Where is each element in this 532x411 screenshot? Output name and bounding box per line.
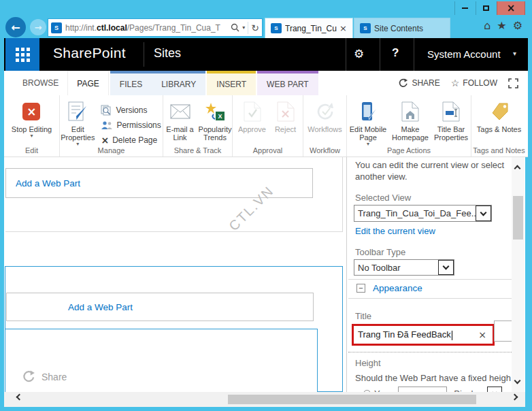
height-value-row: Yes Pixels xyxy=(347,386,512,392)
maximize-button[interactable] xyxy=(476,1,496,15)
tab-close-icon[interactable]: × xyxy=(339,23,347,33)
group-label-manage: Manage xyxy=(60,146,163,154)
appearance-section-header[interactable]: Appearance xyxy=(373,283,422,293)
share-action[interactable]: SHARE xyxy=(398,78,439,88)
sharepoint-logo-icon: S xyxy=(360,23,371,33)
group-label-approval: Approval xyxy=(233,146,303,154)
versions-icon xyxy=(101,105,112,116)
suite-section-sites[interactable]: Sites xyxy=(154,46,181,61)
dotted-divider xyxy=(348,352,512,352)
delete-x-icon: × xyxy=(101,135,109,146)
maximize-icon xyxy=(483,5,489,11)
versions-button[interactable]: Versions xyxy=(98,103,163,118)
sharepoint-brand: SharePoint xyxy=(53,45,126,61)
help-button[interactable]: ? xyxy=(392,46,399,60)
suite-divider xyxy=(380,38,380,71)
address-controls: ▾ ↻ xyxy=(231,22,259,34)
account-menu[interactable]: System Account xyxy=(427,48,501,60)
forward-button[interactable]: → xyxy=(30,19,46,35)
browser-tab-site-contents[interactable]: S Site Contents xyxy=(354,18,450,38)
popularity-trends-icon: X xyxy=(205,99,225,124)
tab-library[interactable]: LIBRARY xyxy=(152,73,205,95)
toolbar-type-select[interactable]: No Toolbar xyxy=(354,259,454,276)
back-icon: ← xyxy=(11,21,20,34)
favorites-star-icon[interactable]: ★ xyxy=(497,19,506,32)
title-input[interactable]: Trang Tin Đã FeedBack xyxy=(354,329,472,340)
tab-web-part[interactable]: WEB PART xyxy=(257,73,318,95)
reject-icon xyxy=(277,99,295,124)
height-units-select[interactable] xyxy=(487,387,502,392)
tab-group-library-tools: FILES LIBRARY xyxy=(110,71,206,95)
sharepoint-logo-icon: S xyxy=(271,23,282,33)
share-webpart-zone: Share xyxy=(5,329,318,392)
appearance-collapse-button[interactable]: − xyxy=(356,284,365,293)
select-arrow[interactable] xyxy=(438,260,454,275)
tags-notes-icon xyxy=(488,99,509,124)
back-button[interactable]: ← xyxy=(5,17,26,37)
ribbon-group-edit: × Stop Editing ▾ Edit xyxy=(4,95,60,157)
ribbon-group-manage: Edit Properties ▾ Versions Permissions ×… xyxy=(60,95,163,157)
ribbon-group-workflow: Workflows Workflow xyxy=(303,95,347,157)
ribbon-group-page-actions: Edit Mobile Page ▾ Make Homepage Title B… xyxy=(347,95,471,157)
vertical-scroll-thumb[interactable] xyxy=(513,196,523,240)
tab-label: Site Contents xyxy=(374,24,444,33)
close-button[interactable]: × xyxy=(497,1,525,15)
permissions-button[interactable]: Permissions xyxy=(98,118,163,133)
url-text[interactable]: http://int.ctl.local/Pages/Trang_Tin_Cua… xyxy=(65,23,231,33)
title-bar-properties-icon xyxy=(442,99,460,124)
group-label-workflow: Workflow xyxy=(303,146,346,154)
ribbon-group-share-track: E-mail a Link X Popularity Trends Share … xyxy=(163,95,233,157)
horizontal-scrollbar[interactable] xyxy=(4,392,525,407)
text-cursor xyxy=(452,331,452,340)
group-label-share-track: Share & Track xyxy=(163,146,232,154)
select-arrow[interactable] xyxy=(476,206,491,221)
chevron-down-icon xyxy=(480,209,487,216)
suite-divider xyxy=(414,38,414,71)
edit-properties-icon xyxy=(67,99,88,124)
group-label-tags: Tags and Notes xyxy=(471,146,527,154)
browser-tab-active[interactable]: S Trang_Tin_Cua_... × xyxy=(265,18,353,38)
refresh-icon[interactable]: ↻ xyxy=(251,22,259,33)
group-label-page-actions: Page Actions xyxy=(347,146,471,154)
account-caret-icon[interactable]: ▾ xyxy=(513,50,516,57)
settings-gear-icon[interactable]: ⚙ xyxy=(354,47,364,61)
divider xyxy=(348,298,512,299)
tab-page[interactable]: PAGE xyxy=(67,71,108,95)
clear-input-icon[interactable]: × xyxy=(472,329,493,340)
scroll-down-button[interactable] xyxy=(515,380,520,383)
tab-group-insert: INSERT xyxy=(207,71,256,95)
page-editor: Add a Web Part CTL.VN Add a Web Part Sha… xyxy=(4,157,346,392)
tools-gear-icon[interactable]: ⚙ xyxy=(513,19,522,32)
height-question: Should the Web Part have a fixed heigh xyxy=(355,373,512,383)
tab-browse[interactable]: BROWSE xyxy=(14,71,67,95)
minimize-icon xyxy=(462,7,468,9)
tab-files[interactable]: FILES xyxy=(110,73,152,95)
add-webpart-bottom[interactable]: Add a Web Part xyxy=(6,293,314,321)
scroll-left-button[interactable] xyxy=(15,397,22,399)
app-launcher-button[interactable] xyxy=(5,38,39,71)
follow-action[interactable]: ☆ FOLLOW xyxy=(451,78,497,88)
address-bar[interactable]: S http://int.ctl.local/Pages/Trang_Tin_C… xyxy=(48,18,263,37)
scroll-up-button[interactable] xyxy=(515,164,520,171)
edit-current-view-link[interactable]: Edit the current view xyxy=(355,226,435,236)
ribbon-tab-strip: BROWSE PAGE FILES LIBRARY INSERT WEB PAR… xyxy=(4,71,528,95)
vertical-scrollbar[interactable] xyxy=(512,157,525,392)
tab-insert[interactable]: INSERT xyxy=(207,73,256,95)
selected-view-select[interactable]: Trang_Tin_Cua_Toi_Da_Fee... xyxy=(354,205,492,222)
home-icon[interactable]: ⌂ xyxy=(484,19,491,32)
tab-label: Trang_Tin_Cua_... xyxy=(285,24,337,33)
address-divider xyxy=(248,22,248,34)
strip-actions: SHARE ☆ FOLLOW xyxy=(398,71,528,95)
focus-on-content-icon[interactable] xyxy=(508,78,518,88)
delete-page-button[interactable]: × Delete Page xyxy=(98,133,163,148)
minimize-button[interactable] xyxy=(454,1,475,15)
app-launcher-grid-icon xyxy=(16,48,30,62)
suite-bar: SharePoint Sites ⚙ ? System Account ▾ xyxy=(4,38,528,71)
address-dropdown-icon[interactable]: ▾ xyxy=(242,24,245,31)
horizontal-scroll-thumb[interactable] xyxy=(228,395,476,404)
share-webpart[interactable]: Share xyxy=(22,370,67,384)
scroll-right-button[interactable] xyxy=(514,397,517,399)
tab-group-webpart: WEB PART xyxy=(257,71,318,95)
search-icon[interactable] xyxy=(231,23,239,32)
height-value-input[interactable] xyxy=(398,387,447,392)
